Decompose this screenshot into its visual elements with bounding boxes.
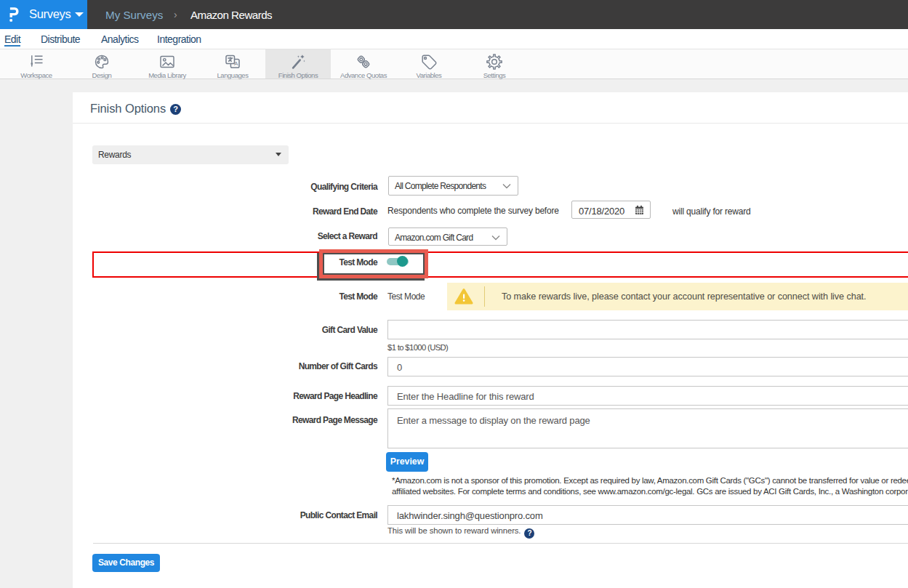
svg-text:A: A	[234, 60, 238, 67]
